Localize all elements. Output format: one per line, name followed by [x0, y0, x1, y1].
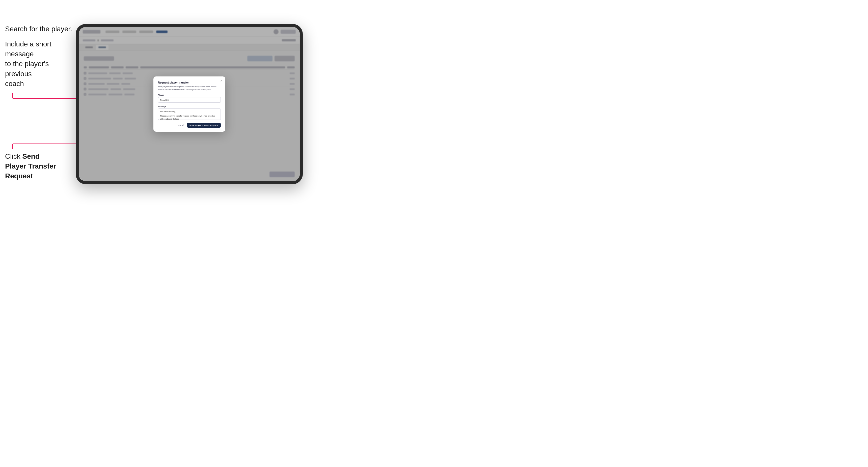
dialog-title: Request player transfer [158, 81, 221, 84]
transfer-request-dialog: × Request player transfer If the player … [153, 76, 225, 132]
message-textarea-line2: Please accept this transfer request for … [160, 115, 218, 117]
send-transfer-request-button[interactable]: Send Player Transfer Request [187, 123, 220, 128]
dialog-description: If the player is transferring from anoth… [158, 86, 221, 91]
cancel-button[interactable]: Cancel [175, 123, 185, 128]
message-textarea-line3: at Scoreboard College [160, 118, 218, 120]
annotation-search: Search for the player. [5, 24, 72, 34]
player-input-value: Rees Britt [160, 99, 169, 101]
message-textarea[interactable]: Hi Coach McHarg, Please accept this tran… [158, 108, 221, 120]
dialog-actions: Cancel Send Player Transfer Request [158, 123, 221, 128]
message-textarea-line1: Hi Coach McHarg, [160, 110, 218, 113]
annotation-click-bold: Send Player Transfer Request [5, 152, 56, 180]
message-field-label: Message [158, 105, 221, 107]
dialog-close-button[interactable]: × [220, 79, 222, 82]
modal-overlay: × Request player transfer If the player … [79, 27, 300, 181]
annotation-message: Include a short messageto the player's p… [5, 39, 71, 89]
tablet-device: × Request player transfer If the player … [76, 24, 303, 184]
tablet-screen: × Request player transfer If the player … [79, 27, 300, 181]
player-field-label: Player [158, 94, 221, 96]
player-search-input[interactable]: Rees Britt [158, 97, 221, 103]
annotation-click: Click Send Player Transfer Request [5, 151, 58, 181]
